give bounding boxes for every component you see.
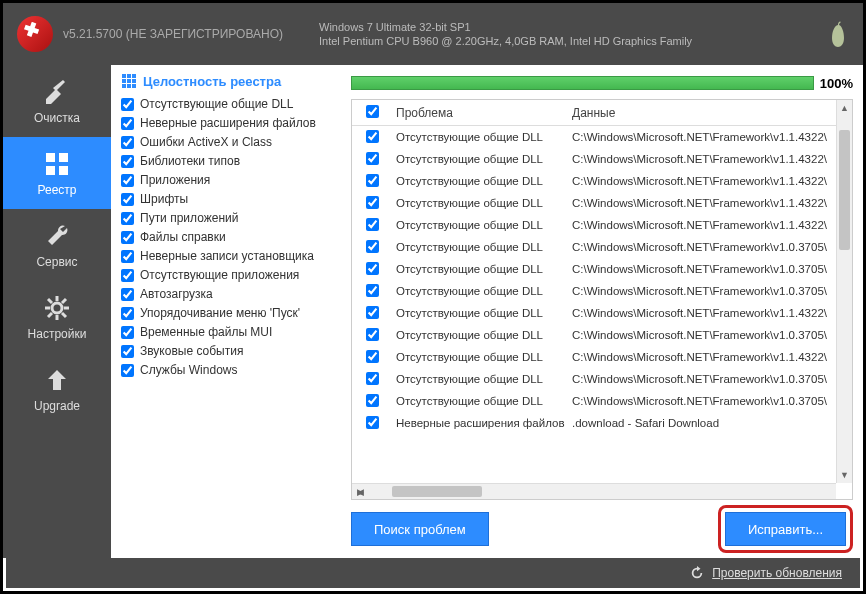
check-option[interactable]: Автозагрузка — [121, 285, 345, 304]
check-option-checkbox[interactable] — [121, 345, 134, 358]
broom-icon — [42, 78, 72, 106]
check-option[interactable]: Звуковые события — [121, 342, 345, 361]
version-label: v5.21.5700 (НЕ ЗАРЕГИСТРИРОВАНО) — [63, 27, 283, 41]
cell-problem: Отсутствующие общие DLL — [392, 153, 568, 165]
table-row[interactable]: Неверные расширения файлов.download - Sa… — [352, 412, 836, 434]
scroll-up-arrow-icon[interactable]: ▲ — [837, 100, 852, 116]
sidebar-item-upgrade[interactable]: Upgrade — [3, 353, 111, 425]
row-checkbox[interactable] — [366, 284, 379, 297]
svg-line-10 — [62, 313, 66, 317]
check-updates-link[interactable]: Проверить обновления — [712, 566, 842, 580]
row-checkbox[interactable] — [366, 262, 379, 275]
wrench-icon — [42, 222, 72, 250]
table-row[interactable]: Отсутствующие общие DLLC:\Windows\Micros… — [352, 368, 836, 390]
scroll-thumb[interactable] — [392, 486, 482, 497]
sidebar-item-registry[interactable]: Реестр — [3, 137, 111, 209]
check-option-checkbox[interactable] — [121, 269, 134, 282]
check-option-checkbox[interactable] — [121, 326, 134, 339]
check-option[interactable]: Упорядочивание меню 'Пуск' — [121, 304, 345, 323]
svg-rect-3 — [59, 166, 68, 175]
row-checkbox[interactable] — [366, 416, 379, 429]
check-option-checkbox[interactable] — [121, 136, 134, 149]
check-option[interactable]: Отсутствующие общие DLL — [121, 95, 345, 114]
row-checkbox[interactable] — [366, 372, 379, 385]
row-checkbox[interactable] — [366, 130, 379, 143]
scroll-down-arrow-icon[interactable]: ▼ — [837, 467, 852, 483]
cell-data: C:\Windows\Microsoft.NET\Framework\v1.1.… — [568, 219, 836, 231]
vertical-scrollbar[interactable]: ▲ ▼ — [836, 100, 852, 483]
scroll-thumb[interactable] — [839, 130, 850, 250]
row-checkbox[interactable] — [366, 240, 379, 253]
table-row[interactable]: Отсутствующие общие DLLC:\Windows\Micros… — [352, 170, 836, 192]
cell-problem: Отсутствующие общие DLL — [392, 373, 568, 385]
row-checkbox[interactable] — [366, 394, 379, 407]
check-option[interactable]: Файлы справки — [121, 228, 345, 247]
select-all-checkbox[interactable] — [366, 105, 379, 118]
progress-fill — [351, 76, 814, 90]
check-option[interactable]: Ошибки ActiveX и Class — [121, 133, 345, 152]
table-row[interactable]: Отсутствующие общие DLLC:\Windows\Micros… — [352, 390, 836, 412]
check-option-checkbox[interactable] — [121, 193, 134, 206]
row-checkbox[interactable] — [366, 306, 379, 319]
check-option-checkbox[interactable] — [121, 231, 134, 244]
table-row[interactable]: Отсутствующие общие DLLC:\Windows\Micros… — [352, 148, 836, 170]
row-checkbox[interactable] — [366, 218, 379, 231]
table-row[interactable]: Отсутствующие общие DLLC:\Windows\Micros… — [352, 192, 836, 214]
table-row[interactable]: Отсутствующие общие DLLC:\Windows\Micros… — [352, 236, 836, 258]
row-checkbox[interactable] — [366, 152, 379, 165]
sidebar-item-tools[interactable]: Сервис — [3, 209, 111, 281]
svg-rect-1 — [59, 153, 68, 162]
check-option-checkbox[interactable] — [121, 364, 134, 377]
check-option[interactable]: Неверные расширения файлов — [121, 114, 345, 133]
check-option-checkbox[interactable] — [121, 98, 134, 111]
table-row[interactable]: Отсутствующие общие DLLC:\Windows\Micros… — [352, 302, 836, 324]
check-option-checkbox[interactable] — [121, 212, 134, 225]
check-option[interactable]: Неверные записи установщика — [121, 247, 345, 266]
check-option-label: Автозагрузка — [140, 285, 213, 304]
check-option[interactable]: Библиотеки типов — [121, 152, 345, 171]
check-option-label: Пути приложений — [140, 209, 238, 228]
check-option-checkbox[interactable] — [121, 250, 134, 263]
check-option-checkbox[interactable] — [121, 117, 134, 130]
row-checkbox[interactable] — [366, 196, 379, 209]
check-option[interactable]: Отсутствующие приложения — [121, 266, 345, 285]
cell-problem: Отсутствующие общие DLL — [392, 131, 568, 143]
check-option[interactable]: Приложения — [121, 171, 345, 190]
table-row[interactable]: Отсутствующие общие DLLC:\Windows\Micros… — [352, 214, 836, 236]
scroll-right-arrow-icon[interactable]: ▶ — [352, 484, 368, 500]
row-checkbox[interactable] — [366, 350, 379, 363]
sidebar-item-options[interactable]: Настройки — [3, 281, 111, 353]
sidebar: Очистка Реестр Сервис Настройки — [3, 65, 111, 558]
scan-button[interactable]: Поиск проблем — [351, 512, 489, 546]
fix-button[interactable]: Исправить... — [725, 512, 846, 546]
cell-data: C:\Windows\Microsoft.NET\Framework\v1.0.… — [568, 263, 836, 275]
svg-point-4 — [52, 303, 62, 313]
check-option-checkbox[interactable] — [121, 174, 134, 187]
table-row[interactable]: Отсутствующие общие DLLC:\Windows\Micros… — [352, 258, 836, 280]
table-row[interactable]: Отсутствующие общие DLLC:\Windows\Micros… — [352, 126, 836, 148]
check-option[interactable]: Пути приложений — [121, 209, 345, 228]
check-option-checkbox[interactable] — [121, 288, 134, 301]
cell-problem: Отсутствующие общие DLL — [392, 285, 568, 297]
check-option-label: Неверные записи установщика — [140, 247, 314, 266]
table-row[interactable]: Отсутствующие общие DLLC:\Windows\Micros… — [352, 346, 836, 368]
row-checkbox[interactable] — [366, 328, 379, 341]
check-option[interactable]: Службы Windows — [121, 361, 345, 380]
title-bar: v5.21.5700 (НЕ ЗАРЕГИСТРИРОВАНО) Windows… — [3, 3, 863, 65]
column-problem[interactable]: Проблема — [392, 106, 568, 120]
check-option[interactable]: Шрифты — [121, 190, 345, 209]
check-option-checkbox[interactable] — [121, 155, 134, 168]
horizontal-scrollbar[interactable]: ◀ ▶ — [352, 483, 836, 499]
check-option-checkbox[interactable] — [121, 307, 134, 320]
row-checkbox[interactable] — [366, 174, 379, 187]
cell-data: C:\Windows\Microsoft.NET\Framework\v1.1.… — [568, 307, 836, 319]
refresh-icon — [690, 566, 704, 580]
table-row[interactable]: Отсутствующие общие DLLC:\Windows\Micros… — [352, 280, 836, 302]
cell-problem: Отсутствующие общие DLL — [392, 351, 568, 363]
grid-icon — [121, 73, 137, 89]
column-data[interactable]: Данные — [568, 106, 836, 120]
hw-line: Intel Pentium CPU B960 @ 2.20GHz, 4,0GB … — [319, 34, 692, 48]
sidebar-item-cleaner[interactable]: Очистка — [3, 65, 111, 137]
check-option[interactable]: Временные файлы MUI — [121, 323, 345, 342]
table-row[interactable]: Отсутствующие общие DLLC:\Windows\Micros… — [352, 324, 836, 346]
